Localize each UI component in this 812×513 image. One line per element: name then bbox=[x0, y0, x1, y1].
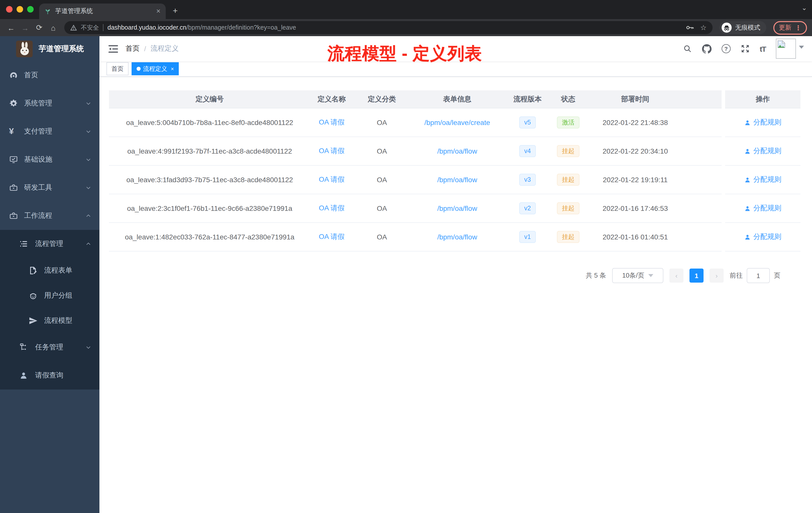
not-secure-warning-icon bbox=[70, 25, 77, 31]
sidebar: 芋道管理系统 首页 系统管理 ¥ 支付管理 bbox=[0, 36, 99, 513]
browser-tab[interactable]: 芋道管理系统 ✕ bbox=[39, 3, 166, 19]
yen-icon: ¥ bbox=[9, 127, 18, 136]
url-text: dashboard.yudao.iocoder.cn/bpm/manager/d… bbox=[108, 24, 682, 31]
form-link[interactable]: /bpm/oa/flow bbox=[437, 233, 477, 241]
table-row: oa_leave:5:004b710b-7b8a-11ec-8ef0-acde4… bbox=[109, 109, 801, 137]
tag-close-icon[interactable]: × bbox=[171, 66, 174, 72]
toolbox-icon bbox=[9, 183, 18, 192]
tab-close-icon[interactable]: ✕ bbox=[156, 8, 161, 14]
definition-category: OA bbox=[353, 109, 411, 137]
active-dot-icon bbox=[137, 67, 141, 71]
assign-rule-link[interactable]: 分配规则 bbox=[744, 118, 781, 127]
form-link[interactable]: /bpm/oa/flow bbox=[437, 176, 477, 184]
form-link[interactable]: /bpm/oa/leave/create bbox=[424, 118, 490, 126]
fullscreen-icon[interactable] bbox=[741, 44, 750, 53]
col-header-status: 状态 bbox=[551, 90, 585, 109]
key-icon[interactable] bbox=[686, 24, 694, 31]
sidebar-item-devtools[interactable]: 研发工具 bbox=[0, 174, 99, 202]
col-header-definition-category: 定义分类 bbox=[353, 90, 411, 109]
home-icon[interactable]: ⌂ bbox=[47, 23, 59, 32]
status-badge: 挂起 bbox=[557, 145, 580, 157]
table-row: oa_leave:4:991f2193-7b7f-11ec-a3c8-acde4… bbox=[109, 137, 801, 165]
tag-home[interactable]: 首页 bbox=[107, 62, 128, 75]
table-header-row: 定义编号 定义名称 定义分类 表单信息 流程版本 状态 部署时间 操作 bbox=[109, 90, 801, 109]
sidebar-item-leave-query[interactable]: 请假查询 bbox=[0, 361, 99, 390]
reload-icon[interactable]: ⟳ bbox=[33, 23, 45, 32]
definition-name-link[interactable]: OA 请假 bbox=[319, 233, 345, 241]
goto-page-input[interactable] bbox=[747, 268, 770, 283]
new-tab-button[interactable]: + bbox=[173, 6, 178, 16]
assign-rule-link[interactable]: 分配规则 bbox=[744, 175, 781, 184]
dashboard-icon bbox=[9, 71, 18, 80]
sidebar-item-user-group[interactable]: 用户分组 bbox=[0, 283, 99, 308]
version-badge: v1 bbox=[519, 231, 536, 243]
browser-update-menu-button[interactable]: 更新 ⋮ bbox=[773, 21, 807, 34]
sidebar-item-workflow[interactable]: 工作流程 bbox=[0, 202, 99, 230]
back-icon[interactable]: ← bbox=[5, 23, 17, 32]
chevron-up-icon bbox=[85, 213, 91, 219]
incognito-label: 无痕模式 bbox=[735, 23, 760, 32]
sidebar-item-system[interactable]: 系统管理 bbox=[0, 89, 99, 117]
col-header-actions: 操作 bbox=[725, 90, 801, 109]
definition-name-link[interactable]: OA 请假 bbox=[319, 204, 345, 213]
monitor-icon bbox=[9, 155, 18, 164]
help-icon[interactable]: ? bbox=[722, 44, 731, 53]
form-link[interactable]: /bpm/oa/flow bbox=[437, 204, 477, 212]
assign-rule-link[interactable]: 分配规则 bbox=[744, 147, 781, 156]
sidebar-logo[interactable]: 芋道管理系统 bbox=[0, 36, 99, 61]
sidebar-item-process-management[interactable]: 流程管理 bbox=[0, 230, 99, 258]
definition-name-link[interactable]: OA 请假 bbox=[319, 147, 345, 156]
next-page-button[interactable]: › bbox=[709, 269, 724, 282]
minimize-window-button[interactable] bbox=[17, 6, 23, 12]
definition-name-link[interactable]: OA 请假 bbox=[319, 118, 345, 127]
sidebar-item-infra[interactable]: 基础设施 bbox=[0, 146, 99, 174]
github-icon[interactable] bbox=[702, 44, 712, 54]
search-icon[interactable] bbox=[683, 44, 692, 53]
user-menu[interactable] bbox=[776, 39, 804, 59]
col-header-form-info: 表单信息 bbox=[411, 90, 504, 109]
page-content: 定义编号 定义名称 定义分类 表单信息 流程版本 状态 部署时间 操作 oa_ bbox=[99, 77, 812, 513]
definition-category: OA bbox=[353, 137, 411, 165]
definition-category: OA bbox=[353, 194, 411, 223]
breadcrumb: 首页 / 流程定义 bbox=[125, 44, 179, 53]
tab-search-icon[interactable]: ⌄ bbox=[802, 4, 807, 11]
deploy-time: 2022-01-22 19:19:11 bbox=[585, 165, 686, 194]
hamburger-collapse-icon[interactable] bbox=[109, 44, 118, 53]
brand-avatar bbox=[16, 40, 33, 57]
assign-rule-link[interactable]: 分配规则 bbox=[744, 233, 781, 241]
bookmark-star-icon[interactable]: ☆ bbox=[700, 24, 706, 32]
address-bar[interactable]: 不安全 dashboard.yudao.iocoder.cn/bpm/manag… bbox=[64, 21, 713, 34]
definition-category: OA bbox=[353, 165, 411, 194]
prev-page-button[interactable]: ‹ bbox=[669, 269, 684, 282]
version-badge: v5 bbox=[519, 117, 536, 129]
assign-rule-link[interactable]: 分配规则 bbox=[744, 204, 781, 213]
current-page-button[interactable]: 1 bbox=[690, 269, 703, 282]
form-link[interactable]: /bpm/oa/flow bbox=[437, 147, 477, 155]
sidebar-item-process-form[interactable]: 流程表单 bbox=[0, 258, 99, 283]
user-icon bbox=[744, 176, 751, 183]
font-size-icon[interactable]: tT bbox=[760, 44, 766, 53]
definition-name-link[interactable]: OA 请假 bbox=[319, 175, 345, 184]
definition-id: oa_leave:4:991f2193-7b7f-11ec-a3c8-acde4… bbox=[109, 137, 310, 165]
sidebar-item-home[interactable]: 首页 bbox=[0, 61, 99, 89]
workflow-submenu: 流程管理 流程表单 用户分组 bbox=[0, 230, 99, 390]
chevron-up-icon bbox=[85, 241, 91, 247]
zoom-window-button[interactable] bbox=[27, 6, 34, 12]
tree-icon bbox=[19, 343, 28, 352]
sidebar-item-task-management[interactable]: 任务管理 bbox=[0, 333, 99, 361]
close-window-button[interactable] bbox=[6, 6, 12, 12]
screen: 芋道管理系统 ✕ + ⌄ ← → ⟳ ⌂ 不安全 dashboard.yudao… bbox=[0, 0, 812, 513]
url-path: /bpm/manager/definition?key=oa_leave bbox=[186, 24, 296, 31]
sidebar-item-process-model[interactable]: 流程模型 bbox=[0, 308, 99, 333]
not-secure-label: 不安全 bbox=[81, 23, 99, 32]
chevron-down-icon bbox=[85, 128, 91, 134]
sidebar-item-payment[interactable]: ¥ 支付管理 bbox=[0, 117, 99, 146]
page-size-select[interactable]: 10条/页 bbox=[612, 268, 663, 283]
tag-process-definition[interactable]: 流程定义 × bbox=[132, 62, 179, 75]
forward-icon[interactable]: → bbox=[19, 23, 31, 32]
col-header-deploy-time: 部署时间 bbox=[585, 90, 686, 109]
breadcrumb-home[interactable]: 首页 bbox=[125, 44, 140, 53]
version-badge: v2 bbox=[519, 202, 536, 215]
table-row: oa_leave:2:3c1f0ef1-76b1-11ec-9c66-a2380… bbox=[109, 194, 801, 223]
url-separator bbox=[103, 24, 104, 31]
